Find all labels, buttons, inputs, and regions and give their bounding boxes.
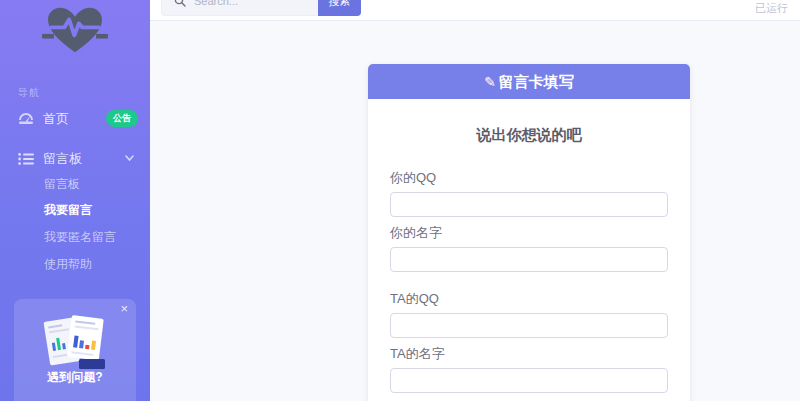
app-window: 导航 首页 公告 留言板 留言板 我要留言 我要匿名留言 使用帮助	[0, 0, 800, 401]
ta-name-input[interactable]	[390, 368, 668, 393]
submenu-item-leave-message[interactable]: 我要留言	[44, 202, 92, 219]
your-qq-input[interactable]	[390, 192, 668, 217]
submenu-item-anonymous-message[interactable]: 我要匿名留言	[44, 229, 116, 246]
tachometer-icon	[18, 112, 34, 126]
submenu-item-message-board[interactable]: 留言板	[44, 176, 80, 193]
ta-name-label: TA的名字	[390, 345, 668, 363]
sidebar-item-message-board[interactable]: 留言板	[0, 146, 150, 172]
ta-qq-label: TA的QQ	[390, 290, 668, 308]
form-group-your-qq: 你的QQ	[390, 169, 668, 217]
pencil-icon: ✎	[484, 74, 496, 90]
list-icon	[18, 152, 34, 166]
card-body: 说出你想说的吧 你的QQ 你的名字 TA的QQ TA的名字	[368, 126, 690, 401]
your-qq-label: 你的QQ	[390, 169, 668, 187]
main-content: ✎留言卡填写 说出你想说的吧 你的QQ 你的名字 TA的QQ TA的名字	[150, 21, 800, 401]
nav-section-label: 导航	[18, 86, 40, 100]
your-name-input[interactable]	[390, 247, 668, 272]
search-bar: 搜索	[161, 0, 361, 16]
search-button[interactable]: 搜索	[318, 0, 361, 16]
help-card-title: 遇到问题?	[14, 369, 136, 386]
announcement-badge: 公告	[106, 110, 138, 127]
close-icon[interactable]: ×	[120, 302, 128, 315]
card-subtitle: 说出你想说的吧	[390, 126, 668, 145]
brand-logo[interactable]	[0, 5, 150, 59]
form-group-your-name: 你的名字	[390, 224, 668, 272]
form-group-ta-qq: TA的QQ	[390, 290, 668, 338]
documents-illustration	[35, 313, 115, 371]
topbar-status-text: 已运行	[755, 1, 788, 16]
card-header: ✎留言卡填写	[368, 64, 690, 99]
your-name-label: 你的名字	[390, 224, 668, 242]
ta-qq-input[interactable]	[390, 313, 668, 338]
search-icon	[174, 0, 186, 7]
sidebar-item-home[interactable]: 首页 公告	[0, 106, 150, 132]
message-card-form: ✎留言卡填写 说出你想说的吧 你的QQ 你的名字 TA的QQ TA的名字	[368, 64, 690, 401]
sidebar-item-label: 首页	[43, 110, 69, 128]
chevron-down-icon	[125, 155, 134, 161]
search-input[interactable]	[194, 0, 304, 7]
heartbeat-icon	[42, 5, 108, 55]
sidebar-item-label: 留言板	[43, 150, 82, 168]
sidebar-help-card: ×	[14, 299, 136, 401]
search-input-wrap	[161, 0, 318, 16]
sidebar: 导航 首页 公告 留言板 留言板 我要留言 我要匿名留言 使用帮助	[0, 0, 150, 401]
card-title: 留言卡填写	[499, 73, 574, 90]
form-group-ta-name: TA的名字	[390, 345, 668, 393]
topbar: 搜索 已运行	[150, 0, 800, 21]
submenu-item-help[interactable]: 使用帮助	[44, 256, 92, 273]
